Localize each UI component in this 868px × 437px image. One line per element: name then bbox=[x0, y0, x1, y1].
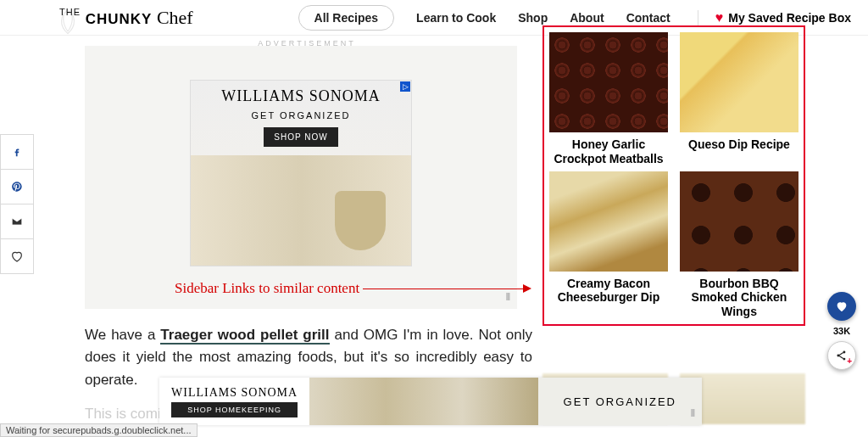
ad-image bbox=[191, 155, 411, 266]
share-button[interactable] bbox=[827, 341, 856, 370]
logo-script: Chef bbox=[157, 7, 193, 28]
favorite-button[interactable] bbox=[827, 292, 856, 321]
site-logo[interactable]: THE CHUNKY Chef bbox=[17, 7, 193, 29]
related-recipes-sidebar: Honey Garlic Crockpot Meatballs Queso Di… bbox=[542, 25, 805, 326]
ad-subtitle: GET ORGANIZED bbox=[252, 110, 351, 120]
bottom-ad-button[interactable]: SHOP HOMEKEEPING bbox=[171, 402, 298, 417]
recipe-card[interactable]: Bourbon BBQ Smoked Chicken Wings bbox=[680, 171, 798, 319]
bottom-ad-brand: WILLIAMS SONOMA SHOP HOMEKEEPING bbox=[159, 378, 309, 425]
bottom-ad-image bbox=[309, 378, 537, 425]
recipe-thumb bbox=[549, 32, 668, 132]
browser-status-bar: Waiting for securepubads.g.doubleclick.n… bbox=[0, 423, 198, 437]
ad-title: WILLIAMS SONOMA bbox=[221, 87, 381, 105]
sticky-bottom-ad[interactable]: WILLIAMS SONOMA SHOP HOMEKEEPING GET ORG… bbox=[159, 378, 702, 425]
recipe-thumb bbox=[680, 171, 798, 272]
bottom-ad-title: WILLIAMS SONOMA bbox=[171, 386, 298, 400]
main-column: WILLIAMS SONOMA GET ORGANIZED SHOP NOW ▷… bbox=[85, 46, 534, 425]
share-count: 33K bbox=[833, 326, 850, 336]
recipe-card[interactable]: Honey Garlic Crockpot Meatballs bbox=[549, 32, 668, 166]
nav-about[interactable]: About bbox=[570, 11, 604, 25]
whisk-icon bbox=[53, 7, 83, 37]
nav-contact[interactable]: Contact bbox=[626, 11, 670, 25]
annotation-text: Sidebar Links to similar content bbox=[175, 280, 359, 297]
floating-actions: 33K bbox=[827, 292, 856, 370]
nav-learn[interactable]: Learn to Cook bbox=[416, 11, 496, 25]
recipe-thumb bbox=[680, 32, 798, 132]
logo-bold: CHUNKY bbox=[86, 11, 152, 27]
saved-label: My Saved Recipe Box bbox=[728, 11, 851, 25]
annotation-callout: Sidebar Links to similar content bbox=[175, 280, 531, 297]
recipe-title: Bourbon BBQ Smoked Chicken Wings bbox=[680, 277, 798, 319]
ad-network-icon: ııı bbox=[690, 405, 693, 420]
nav-shop[interactable]: Shop bbox=[518, 11, 548, 25]
article-text: We have a bbox=[85, 327, 160, 343]
nav-all-recipes[interactable]: All Recipes bbox=[298, 5, 394, 31]
share-pinterest[interactable] bbox=[0, 169, 34, 204]
ad-shop-button[interactable]: SHOP NOW bbox=[264, 127, 337, 147]
recipe-title: Creamy Bacon Cheeseburger Dip bbox=[549, 277, 668, 305]
recipe-title: Queso Dip Recipe bbox=[680, 137, 798, 152]
arrow-head-icon bbox=[523, 284, 531, 293]
ad-close-icon[interactable]: ▷ bbox=[400, 81, 410, 92]
recipe-thumb bbox=[549, 171, 668, 272]
recipe-card[interactable]: Queso Dip Recipe bbox=[680, 32, 798, 166]
share-rail bbox=[0, 134, 34, 273]
article-text: This is comi bbox=[85, 406, 161, 422]
nav-saved-recipes[interactable]: ♥ My Saved Recipe Box bbox=[698, 10, 851, 25]
share-facebook[interactable] bbox=[0, 134, 34, 170]
arrow-line bbox=[363, 289, 524, 289]
inline-ad-container: WILLIAMS SONOMA GET ORGANIZED SHOP NOW ▷… bbox=[85, 46, 517, 309]
heart-icon: ♥ bbox=[715, 10, 724, 25]
share-save[interactable] bbox=[0, 238, 34, 274]
bottom-ad-tagline: GET ORGANIZED bbox=[538, 378, 702, 425]
traeger-link[interactable]: Traeger wood pellet grill bbox=[160, 327, 329, 345]
share-email[interactable] bbox=[0, 204, 34, 239]
recipe-card[interactable]: Creamy Bacon Cheeseburger Dip bbox=[549, 171, 668, 319]
williams-sonoma-ad[interactable]: WILLIAMS SONOMA GET ORGANIZED SHOP NOW bbox=[190, 80, 412, 266]
recipe-title: Honey Garlic Crockpot Meatballs bbox=[549, 137, 668, 166]
